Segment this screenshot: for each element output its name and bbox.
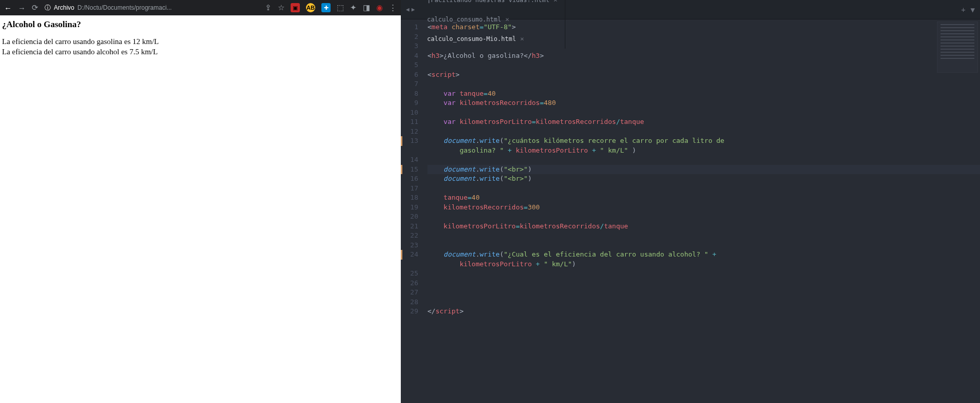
gutter-line: 9: [401, 98, 418, 108]
editor-tabbar: ◀ ▶ programa.html¡Facilitando nuestras v…: [401, 0, 980, 19]
reload-icon[interactable]: ⟳: [32, 3, 38, 12]
code-line[interactable]: var kilometrosRecorridos=480: [427, 98, 980, 108]
code-line[interactable]: </script>: [427, 307, 980, 316]
gutter-line: [401, 146, 418, 156]
gutter-line: 28: [401, 298, 418, 307]
address-bar[interactable]: ⓘ Archivo D:/Noctu/Documents/programaci.…: [45, 4, 259, 12]
browser-toolbar: ← → ⟳ ⓘ Archivo D:/Noctu/Documents/progr…: [0, 0, 401, 15]
code-line[interactable]: <h3>¿Alcohol o gasolina?</h3>: [427, 51, 980, 61]
code-line[interactable]: document.write("¿Cual es el eficiencia d…: [427, 250, 980, 260]
output-line-1: La eficiencia del carro usando gasolina …: [2, 37, 399, 47]
code-line[interactable]: [427, 41, 980, 51]
code-line[interactable]: [427, 184, 980, 194]
gutter-line: 27: [401, 288, 418, 298]
code-line[interactable]: [427, 212, 980, 222]
code-line[interactable]: document.write("<br>"): [427, 174, 980, 184]
code-line[interactable]: [427, 155, 980, 165]
code-line[interactable]: kilometrosRecorridos=300: [427, 203, 980, 213]
gutter-line: 24: [401, 250, 418, 260]
gutter-line: 15: [401, 165, 418, 175]
code-line[interactable]: gasolina? " + kilometrosPorLitro + " km/…: [427, 146, 980, 156]
extension-icon-1[interactable]: ▣: [291, 3, 300, 12]
gutter-line: [401, 260, 418, 269]
new-tab-icon[interactable]: +: [961, 6, 965, 14]
editor-pane: ◀ ▶ programa.html¡Facilitando nuestras v…: [401, 0, 980, 403]
bookmark-icon[interactable]: ☆: [278, 3, 284, 12]
code-line[interactable]: var tanque=40: [427, 89, 980, 99]
browser-viewport: ¿Alcohol o Gasolina? La eficiencia del c…: [0, 15, 401, 61]
gutter-line: 26: [401, 279, 418, 288]
tab-dropdown-icon[interactable]: ▼: [971, 6, 975, 14]
code-line[interactable]: kilometrosPorLitro=kilometrosRecorridos/…: [427, 222, 980, 231]
code-line[interactable]: [427, 79, 980, 89]
url-path: D:/Noctu/Documents/programaci...: [77, 4, 172, 11]
gutter-line: 20: [401, 212, 418, 222]
gutter-line: 22: [401, 231, 418, 241]
code-line[interactable]: document.write("¿cuántos kilómetros reco…: [427, 136, 980, 146]
code-line[interactable]: [427, 288, 980, 298]
gutter-line: 7: [401, 79, 418, 89]
gutter-line: 14: [401, 155, 418, 165]
code-line[interactable]: var kilometrosPorLitro=kilometrosRecorri…: [427, 117, 980, 127]
gutter-line: 5: [401, 60, 418, 70]
extension-icon-2[interactable]: AB: [306, 3, 315, 12]
tab-close-icon[interactable]: ×: [554, 0, 558, 4]
extension-icon-3[interactable]: ✚: [321, 3, 331, 12]
gutter-line: 23: [401, 241, 418, 250]
pane-next-icon[interactable]: ▶: [412, 6, 415, 13]
code-line[interactable]: [427, 60, 980, 70]
gutter-line: 16: [401, 174, 418, 184]
line-gutter: 1234567891011121314151617181920212223242…: [401, 19, 423, 403]
gutter-line: 2: [401, 32, 418, 42]
gutter-line: 25: [401, 269, 418, 279]
gutter-line: 3: [401, 41, 418, 51]
gutter-line: 21: [401, 222, 418, 231]
gutter-line: 13: [401, 136, 418, 146]
editor-tab[interactable]: ¡Facilitando nuestras vidas!.html×: [420, 0, 565, 10]
extensions-puzzle-icon[interactable]: ✦: [350, 3, 357, 12]
sidepanel-icon[interactable]: ◨: [363, 3, 370, 12]
menu-dots-icon[interactable]: ⋮: [389, 3, 397, 12]
gutter-line: 19: [401, 203, 418, 213]
page-heading: ¿Alcohol o Gasolina?: [2, 19, 399, 30]
code-line[interactable]: [427, 32, 980, 42]
code-line[interactable]: [427, 108, 980, 118]
code-content[interactable]: <meta charset="UTF-8"><h3>¿Alcohol o gas…: [423, 19, 980, 403]
code-line[interactable]: tanque=40: [427, 193, 980, 203]
code-line[interactable]: [427, 127, 980, 137]
code-line[interactable]: [427, 241, 980, 250]
gutter-line: 6: [401, 70, 418, 80]
code-area[interactable]: 1234567891011121314151617181920212223242…: [401, 19, 980, 403]
code-line[interactable]: <script>: [427, 70, 980, 80]
code-line[interactable]: [427, 279, 980, 288]
output-line-2: La eficiencia del carro usando alcohol e…: [2, 47, 399, 57]
share-icon[interactable]: ⇪: [265, 3, 272, 12]
code-line[interactable]: [427, 231, 980, 241]
code-line[interactable]: document.write("<br>"): [427, 165, 980, 175]
minimap[interactable]: [937, 22, 978, 73]
code-line[interactable]: <meta charset="UTF-8">: [427, 23, 980, 32]
forward-icon[interactable]: →: [18, 4, 26, 12]
code-line[interactable]: kilometrosPorLitro + " km/L"): [427, 260, 980, 269]
profile-icon[interactable]: ◉: [376, 3, 383, 12]
gutter-line: 1: [401, 23, 418, 32]
tab-label: ¡Facilitando nuestras vidas!.html: [427, 0, 549, 4]
pane-prev-icon[interactable]: ◀: [406, 6, 410, 13]
gutter-line: 29: [401, 307, 418, 316]
extension-icon-4[interactable]: ⬚: [337, 3, 344, 12]
url-scheme: Archivo: [54, 4, 74, 11]
gutter-line: 12: [401, 127, 418, 137]
site-info-icon[interactable]: ⓘ: [45, 4, 51, 12]
browser-pane: ← → ⟳ ⓘ Archivo D:/Noctu/Documents/progr…: [0, 0, 401, 403]
gutter-line: 11: [401, 117, 418, 127]
gutter-line: 8: [401, 89, 418, 99]
gutter-line: 10: [401, 108, 418, 118]
gutter-line: 4: [401, 51, 418, 61]
code-line[interactable]: [427, 298, 980, 307]
gutter-line: 17: [401, 184, 418, 194]
back-icon[interactable]: ←: [4, 4, 12, 12]
gutter-line: 18: [401, 193, 418, 203]
pane-nav[interactable]: ◀ ▶: [401, 6, 420, 13]
code-line[interactable]: [427, 269, 980, 279]
